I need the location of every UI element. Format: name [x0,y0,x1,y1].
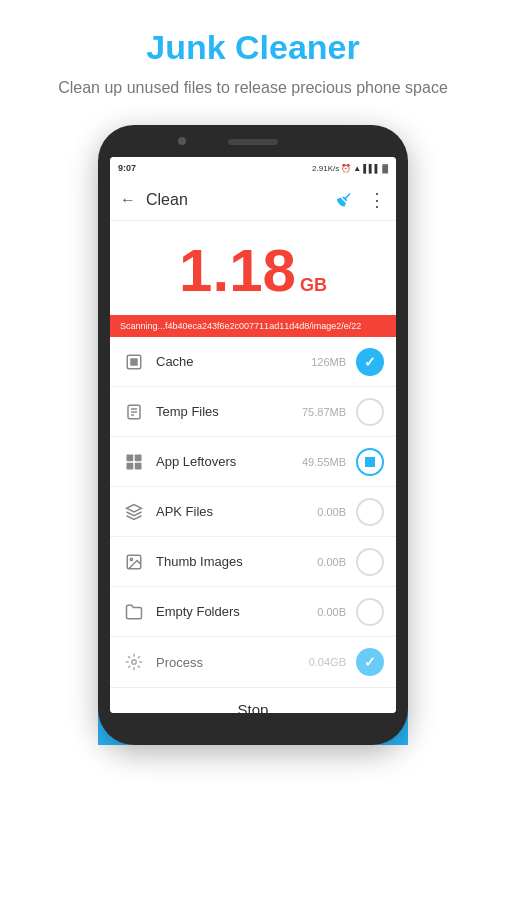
svg-rect-7 [135,454,142,461]
list-item: Thumb Images 0.00B [110,537,396,587]
stop-button[interactable]: Stop [238,701,269,713]
appleftovers-size: 49.55MB [302,456,346,468]
list-item: Temp Files 75.87MB [110,387,396,437]
apk-label: APK Files [156,504,317,519]
process-toggle[interactable]: ✓ [356,648,384,676]
cache-toggle[interactable]: ✓ [356,348,384,376]
items-list: Cache 126MB ✓ [110,337,396,687]
thumb-label: Thumb Images [156,554,317,569]
phone-camera [178,137,186,145]
scanning-text: Scanning...f4b40eca243f6e2c007711ad11d4d… [120,321,361,331]
svg-point-12 [132,660,137,665]
phone-screen: 9:07 2.91K/s ⏰ ▲ ▌▌▌ ▓ ← Clean [110,157,396,713]
temp-icon [122,400,146,424]
temp-size: 75.87MB [302,406,346,418]
emptyfolders-label: Empty Folders [156,604,317,619]
temp-label: Temp Files [156,404,302,419]
status-speed: 2.91K/s [312,164,339,173]
header-section: Junk Cleaner Clean up unused files to re… [0,0,506,117]
app-subtitle: Clean up unused files to release preciou… [20,77,486,99]
back-button[interactable]: ← [120,191,136,209]
cache-size: 126MB [311,356,346,368]
broom-icon[interactable] [332,188,356,212]
svg-rect-1 [130,358,138,366]
more-button[interactable]: ⋮ [368,189,386,211]
status-time: 9:07 [118,163,136,173]
storage-unit: GB [300,275,327,296]
process-icon [122,650,146,674]
appleftovers-icon [122,450,146,474]
temp-toggle[interactable] [356,398,384,426]
thumb-size: 0.00B [317,556,346,568]
apk-size: 0.00B [317,506,346,518]
thumb-toggle[interactable] [356,548,384,576]
check-icon: ✓ [364,654,376,670]
scanning-bar: Scanning...f4b40eca243f6e2c007711ad11d4d… [110,315,396,337]
svg-rect-8 [127,463,134,470]
cache-label: Cache [156,354,311,369]
storage-number: 1.18 [179,241,296,301]
storage-display: 1.18 GB [110,221,396,315]
list-item: APK Files 0.00B [110,487,396,537]
emptyfolders-icon [122,600,146,624]
status-signal: ▌▌▌ [363,164,380,173]
process-label: Process [156,655,309,670]
apk-icon [122,500,146,524]
svg-rect-9 [135,463,142,470]
cache-icon [122,350,146,374]
app-title: Junk Cleaner [20,28,486,67]
status-alarm: ⏰ [341,164,351,173]
emptyfolders-toggle[interactable] [356,598,384,626]
phone-speaker [228,139,278,145]
status-right: 2.91K/s ⏰ ▲ ▌▌▌ ▓ [312,164,388,173]
check-icon: ✓ [364,354,376,370]
status-bar: 9:07 2.91K/s ⏰ ▲ ▌▌▌ ▓ [110,157,396,179]
phone-mockup: 9:07 2.91K/s ⏰ ▲ ▌▌▌ ▓ ← Clean [98,125,408,745]
phone-outer: 9:07 2.91K/s ⏰ ▲ ▌▌▌ ▓ ← Clean [98,125,408,745]
svg-point-11 [130,558,132,560]
status-battery: ▓ [382,164,388,173]
partial-icon [365,457,375,467]
list-item: App Leftovers 49.55MB [110,437,396,487]
bottom-bar: Stop [110,687,396,713]
list-item: Process 0.04GB ✓ [110,637,396,687]
list-item: Cache 126MB ✓ [110,337,396,387]
emptyfolders-size: 0.00B [317,606,346,618]
nav-bar: ← Clean ⋮ [110,179,396,221]
list-item: Empty Folders 0.00B [110,587,396,637]
process-size: 0.04GB [309,656,346,668]
nav-title: Clean [146,191,332,209]
apk-toggle[interactable] [356,498,384,526]
appleftovers-toggle[interactable] [356,448,384,476]
svg-rect-6 [127,454,134,461]
status-wifi: ▲ [353,164,361,173]
appleftovers-label: App Leftovers [156,454,302,469]
thumb-icon [122,550,146,574]
